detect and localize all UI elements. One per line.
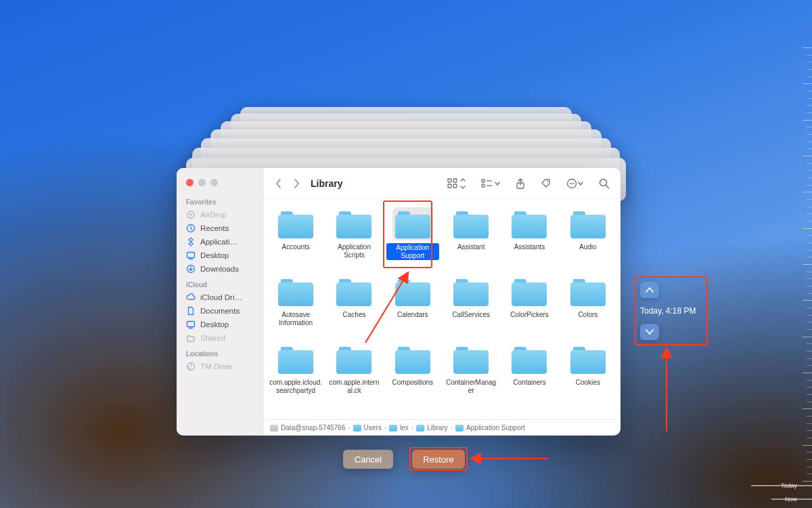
folder-label: ColorPickers [510, 311, 549, 319]
svg-rect-10 [453, 179, 457, 182]
sidebar-item-documents[interactable]: Documents [177, 304, 263, 318]
chevron-up-icon [645, 287, 654, 293]
timeline-current-label: Today, 4:18 PM [640, 305, 696, 317]
timeline-tick [807, 112, 812, 113]
timeline-tick [807, 127, 812, 127]
folder-com-apple-icloud-searchpartyd[interactable]: com.apple.icloud.searchpartyd [267, 343, 324, 408]
folder-label: Application Scripts [328, 243, 380, 259]
sidebar-item-label: Desktop [200, 251, 229, 259]
folder-com-apple-internal-ck[interactable]: com.apple.internal.ck [325, 343, 382, 408]
folder-icon [392, 207, 433, 240]
folder-cookies[interactable]: Cookies [560, 343, 616, 408]
folder-colorpickers[interactable]: ColorPickers [501, 275, 558, 340]
svg-rect-13 [482, 179, 484, 182]
svg-rect-9 [448, 179, 451, 182]
timeline-tick [807, 365, 812, 366]
timeline-tick [807, 185, 812, 186]
path-separator: › [411, 424, 413, 431]
timeline-tick [807, 329, 812, 330]
folder-icon [509, 343, 549, 376]
timeline-tick [803, 83, 812, 84]
timeline-tick [807, 98, 812, 99]
folder-autosave-information[interactable]: Autosave Information [267, 275, 324, 340]
timeline-tick [803, 47, 812, 48]
path-separator: › [384, 424, 386, 431]
svg-line-24 [606, 185, 609, 188]
path-segment[interactable]: Application Support [466, 424, 525, 431]
folder-caches[interactable]: Caches [325, 275, 382, 340]
sidebar-item-recents[interactable]: Recents [177, 221, 263, 235]
sidebar-item-desktop[interactable]: Desktop [177, 318, 263, 331]
timeline-tick [803, 408, 812, 409]
sidebar-item-applicati-[interactable]: Applicati… [177, 235, 263, 249]
svg-rect-12 [453, 184, 457, 188]
folder-icon [451, 343, 491, 376]
svg-rect-6 [187, 322, 195, 327]
tags-button[interactable] [538, 175, 554, 192]
path-bar[interactable]: Data@snap-5745766› Users› lex› Library› … [263, 419, 621, 436]
path-segment[interactable]: Data@snap-5745766 [281, 424, 345, 431]
zoom-window-icon[interactable] [210, 179, 218, 186]
forward-button[interactable] [289, 176, 304, 191]
desktop-icon [186, 251, 196, 260]
timeline-tick [807, 199, 812, 200]
search-button[interactable] [596, 175, 612, 192]
timeline-tick [803, 228, 812, 229]
timeline-tick [807, 473, 812, 474]
timeline-tick [807, 91, 812, 91]
folder-icon [509, 275, 549, 308]
cancel-button[interactable]: Cancel [343, 450, 393, 469]
folder-label: Calendars [397, 311, 428, 319]
folder-containers[interactable]: Containers [501, 343, 558, 408]
folder-application-scripts[interactable]: Application Scripts [325, 207, 382, 272]
folder-calendars[interactable]: Calendars [384, 275, 441, 340]
svg-point-21 [571, 183, 572, 184]
share-button[interactable] [512, 175, 528, 192]
folder-icon [334, 275, 374, 308]
folder-icon [568, 275, 608, 308]
sidebar-item-icloud-dri-[interactable]: iCloud Dri… [177, 291, 263, 304]
view-as-icons-button[interactable] [445, 175, 469, 192]
folder-grid[interactable]: AccountsApplication ScriptsApplication S… [263, 199, 621, 419]
folder-icon [568, 343, 608, 376]
timeline-tick [807, 452, 812, 452]
more-button[interactable] [564, 175, 587, 192]
folder-assistants[interactable]: Assistants [501, 207, 558, 272]
timeline-newer-button[interactable] [640, 324, 659, 340]
close-window-icon[interactable] [186, 179, 194, 186]
back-button[interactable] [271, 176, 286, 191]
path-segment[interactable]: Library [427, 424, 448, 431]
path-segment[interactable]: lex [400, 424, 409, 431]
sidebar-item-downloads[interactable]: Downloads [177, 262, 263, 276]
folder-assistant[interactable]: Assistant [443, 207, 499, 272]
folder-callservices[interactable]: CallServices [443, 275, 499, 340]
folder-application-support[interactable]: Application Support [384, 207, 441, 272]
timeline-older-button[interactable] [640, 282, 659, 298]
timeline-tick [807, 77, 812, 77]
timeline-tick [807, 358, 812, 359]
folder-colors[interactable]: Colors [560, 275, 616, 340]
folder-icon [275, 343, 316, 376]
toolbar: Library [263, 168, 621, 199]
sidebar-item-desktop[interactable]: Desktop [177, 249, 263, 262]
sidebar-item-airdrop[interactable]: AirDrop [177, 208, 263, 221]
tag-icon [541, 178, 551, 189]
search-icon [599, 178, 610, 189]
restore-button[interactable]: Restore [412, 450, 465, 469]
folder-compositions[interactable]: Compositions [384, 343, 441, 408]
folder-containermanager[interactable]: ContainerManager [443, 343, 499, 408]
folder-audio[interactable]: Audio [560, 207, 616, 272]
timeline-tick [807, 380, 812, 381]
folder-accounts[interactable]: Accounts [267, 207, 324, 272]
group-by-button[interactable] [478, 175, 503, 192]
sidebar-item-shared[interactable]: Shared [177, 331, 263, 345]
apps-icon [186, 237, 196, 247]
path-segment[interactable]: Users [364, 424, 382, 431]
folder-label: ContainerManager [445, 379, 497, 394]
minimize-window-icon[interactable] [198, 179, 206, 186]
restore-button-label: Restore [423, 454, 454, 465]
sidebar-item-tm-drive[interactable]: TM Drive [177, 360, 263, 373]
timeline-tick [807, 55, 812, 56]
timeline-tick [807, 250, 812, 251]
chevron-down-icon [645, 329, 654, 335]
